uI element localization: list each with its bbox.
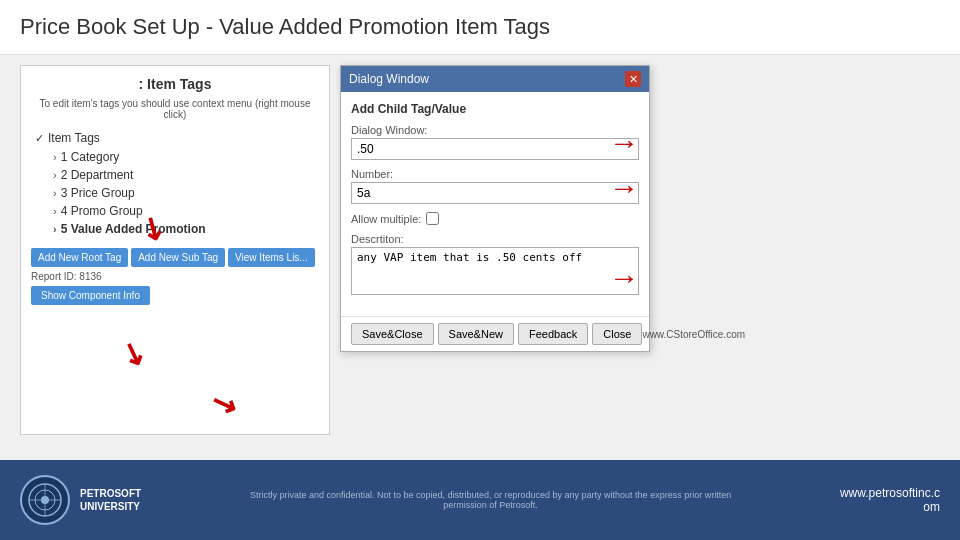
panel-title: : Item Tags [31, 76, 319, 92]
tree-child-3-label: 3 Price Group [61, 186, 135, 200]
tree-child-5-label: 5 Value Added Promotion [61, 222, 206, 236]
dialog-window: Dialog Window ✕ Add Child Tag/Value Dial… [340, 65, 650, 352]
add-sub-tag-button[interactable]: Add New Sub Tag [131, 248, 225, 267]
red-arrow-3: ↘ [206, 383, 241, 424]
dialog-action-buttons: Save&Close Save&New Feedback Close [351, 323, 642, 345]
tree-child-1[interactable]: › 1 Category [49, 148, 319, 166]
logo-circle [20, 475, 70, 525]
dialog-title: Dialog Window [349, 72, 429, 86]
dialog-subtitle: Add Child Tag/Value [351, 102, 639, 116]
page-header: Price Book Set Up - Value Added Promotio… [0, 0, 960, 55]
tree-child-4[interactable]: › 4 Promo Group [49, 202, 319, 220]
tree-root-arrow: ✓ [35, 132, 44, 145]
number-input[interactable] [351, 182, 639, 204]
description-label: Descrtiton: [351, 233, 639, 245]
tree-child-5[interactable]: › 5 Value Added Promotion [49, 220, 319, 238]
footer-logo: PETROSOFT UNIVERSITY [20, 475, 141, 525]
logo-line2: UNIVERSITY [80, 500, 141, 513]
save-new-button[interactable]: Save&New [438, 323, 514, 345]
panel-buttons: Add New Root Tag Add New Sub Tag View It… [31, 248, 319, 267]
allow-multiple-label: Allow multiple: [351, 213, 421, 225]
dialog-window-input[interactable] [351, 138, 639, 160]
dialog-window-field: Dialog Window: [351, 124, 639, 160]
dialog-footer: Save&Close Save&New Feedback Close www.C… [341, 316, 649, 351]
dialog-titlebar: Dialog Window ✕ [341, 66, 649, 92]
dialog-close-button[interactable]: ✕ [625, 71, 641, 87]
footer-disclaimer: Strictly private and confidential. Not t… [241, 490, 741, 510]
report-id: Report ID: 8136 [31, 271, 319, 282]
allow-multiple-field: Allow multiple: [351, 212, 639, 225]
red-arrow-2: ↘ [116, 333, 151, 374]
tree-child-5-arrow: › [53, 223, 57, 235]
footer-url-line2: om [840, 500, 940, 514]
tree-child-1-arrow: › [53, 151, 57, 163]
close-button[interactable]: Close [592, 323, 642, 345]
petrosoft-logo-icon [27, 482, 63, 518]
dialog-url: www.CStoreOffice.com [642, 329, 745, 340]
view-items-button[interactable]: View Items Lis... [228, 248, 315, 267]
number-field: Number: [351, 168, 639, 204]
logo-text: PETROSOFT UNIVERSITY [80, 487, 141, 513]
description-field: Descrtiton: [351, 233, 639, 298]
dialog-body: Add Child Tag/Value Dialog Window: Numbe… [341, 92, 649, 316]
tree-children: › 1 Category › 2 Department › 3 Price Gr… [31, 148, 319, 238]
allow-multiple-checkbox[interactable] [426, 212, 439, 225]
tree-child-3[interactable]: › 3 Price Group [49, 184, 319, 202]
tree-child-4-arrow: › [53, 205, 57, 217]
footer-url-line1: www.petrosoftinc.c [840, 486, 940, 500]
tree-root[interactable]: ✓ Item Tags [31, 128, 319, 148]
tree-child-2[interactable]: › 2 Department [49, 166, 319, 184]
save-close-button[interactable]: Save&Close [351, 323, 434, 345]
logo-line1: PETROSOFT [80, 487, 141, 500]
tree-child-3-arrow: › [53, 187, 57, 199]
footer-website: www.petrosoftinc.c om [840, 486, 940, 514]
feedback-button[interactable]: Feedback [518, 323, 588, 345]
number-label: Number: [351, 168, 639, 180]
tree-child-2-label: 2 Department [61, 168, 134, 182]
tree-child-2-arrow: › [53, 169, 57, 181]
tree-child-1-label: 1 Category [61, 150, 120, 164]
dialog-window-label: Dialog Window: [351, 124, 639, 136]
tree-child-4-label: 4 Promo Group [61, 204, 143, 218]
tree-root-label: Item Tags [48, 131, 100, 145]
panel-instruction: To edit item's tags you should use conte… [31, 98, 319, 120]
add-root-tag-button[interactable]: Add New Root Tag [31, 248, 128, 267]
page-title: Price Book Set Up - Value Added Promotio… [20, 14, 940, 40]
footer: PETROSOFT UNIVERSITY Strictly private an… [0, 460, 960, 540]
show-component-button[interactable]: Show Component Info [31, 286, 150, 305]
item-tags-panel: : Item Tags To edit item's tags you shou… [20, 65, 330, 435]
description-textarea[interactable] [351, 247, 639, 295]
main-content: : Item Tags To edit item's tags you shou… [0, 55, 960, 445]
